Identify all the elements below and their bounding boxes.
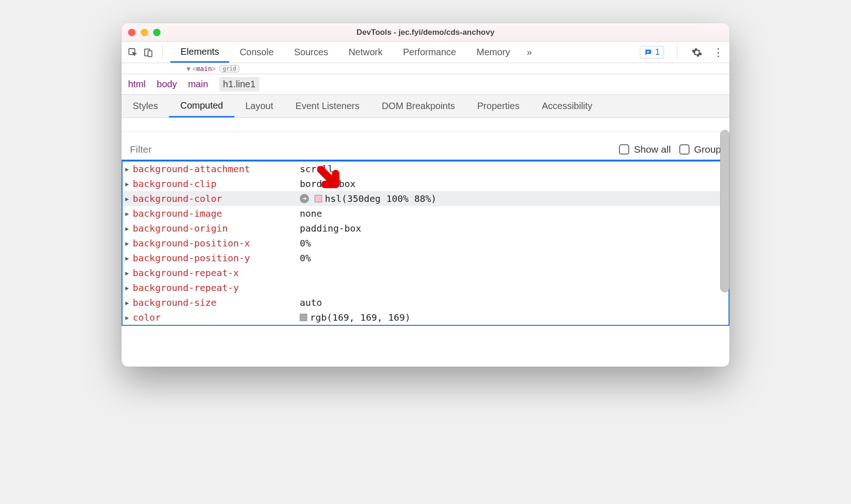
minimize-window-button[interactable] [141, 29, 148, 36]
expand-triangle-icon[interactable]: ▶ [125, 255, 132, 262]
group-checkbox[interactable]: Group [679, 144, 721, 155]
inspect-element-icon[interactable] [126, 46, 139, 59]
dom-tag: main [196, 65, 212, 72]
property-value-text: 0% [300, 252, 311, 264]
property-name: background-repeat-y [133, 282, 300, 293]
breadcrumb-html[interactable]: html [128, 79, 146, 90]
more-icon[interactable]: ⋮ [712, 46, 725, 59]
computed-property-row[interactable]: ▶colorrgb(169, 169, 169) [122, 310, 729, 325]
titlebar: DevTools - jec.fyi/demo/cds-anchovy [122, 23, 729, 42]
property-name: background-clip [133, 178, 300, 189]
expand-triangle-icon[interactable]: ▶ [125, 225, 132, 232]
property-value[interactable]: ➜hsl(350deg 100% 88%) [300, 193, 437, 204]
breadcrumb-body[interactable]: body [157, 79, 177, 90]
property-value[interactable]: 0% [300, 238, 311, 249]
property-name: color [133, 312, 300, 323]
computed-property-row[interactable]: ▶background-originpadding-box [122, 221, 729, 236]
device-toggle-icon[interactable] [142, 46, 155, 59]
expand-triangle-icon[interactable]: ▶ [125, 166, 132, 173]
svg-rect-2 [148, 51, 152, 57]
show-all-label: Show all [634, 144, 670, 155]
property-value[interactable]: none [300, 208, 322, 219]
toolbar-separator [677, 46, 677, 59]
computed-property-row[interactable]: ▶background-repeat-x [122, 265, 729, 280]
computed-property-row[interactable]: ▶background-imagenone [122, 206, 729, 221]
grid-badge[interactable]: grid [219, 65, 239, 72]
tabs-overflow-button[interactable]: » [520, 42, 538, 63]
expand-triangle-icon[interactable]: ▶ [125, 210, 132, 217]
breadcrumb-bar: html body main h1.line1 [122, 74, 729, 95]
subtab-accessibility[interactable]: Accessibility [531, 95, 604, 117]
svg-rect-4 [647, 52, 649, 53]
filter-input[interactable] [130, 144, 611, 155]
property-value[interactable]: padding-box [300, 223, 361, 234]
issues-count: 1 [655, 47, 660, 57]
checkbox-icon [619, 144, 629, 155]
color-swatch[interactable] [300, 314, 307, 321]
property-value[interactable]: rgb(169, 169, 169) [300, 312, 411, 323]
property-value-text: padding-box [300, 223, 361, 234]
checkbox-icon [679, 144, 690, 155]
expand-triangle-icon[interactable]: ▶ [125, 299, 132, 306]
property-name: background-repeat-x [133, 267, 300, 278]
expand-triangle-icon[interactable]: ▶ [125, 270, 132, 277]
property-value-text: none [300, 208, 322, 219]
computed-property-row[interactable]: ▶background-position-y0% [122, 251, 729, 265]
styles-subtabs: Styles Computed Layout Event Listeners D… [122, 95, 729, 118]
tab-console[interactable]: Console [229, 42, 284, 63]
computed-property-row[interactable]: ▶background-color➜hsl(350deg 100% 88%) [122, 191, 729, 206]
tab-memory[interactable]: Memory [466, 42, 520, 63]
filter-bar: Show all Group [122, 132, 729, 161]
expand-caret-icon: ▼ [187, 65, 190, 72]
property-value[interactable]: 0% [300, 252, 311, 264]
computed-property-row[interactable]: ▶background-attachmentscroll [122, 162, 729, 176]
expand-triangle-icon[interactable]: ▶ [125, 195, 132, 202]
property-value-text: 0% [300, 238, 311, 249]
computed-properties-list: ▶background-attachmentscroll▶background-… [122, 161, 729, 326]
expand-triangle-icon[interactable]: ▶ [125, 314, 132, 321]
annotation-arrow-icon [317, 166, 344, 193]
svg-rect-3 [647, 51, 650, 52]
settings-icon[interactable] [690, 46, 703, 59]
issues-button[interactable]: 1 [640, 46, 664, 58]
expand-triangle-icon[interactable]: ▶ [125, 284, 132, 291]
subtab-layout[interactable]: Layout [234, 95, 284, 117]
subtab-properties[interactable]: Properties [466, 95, 531, 117]
subtab-computed[interactable]: Computed [169, 95, 234, 117]
devtools-window: DevTools - jec.fyi/demo/cds-anchovy Elem… [122, 23, 729, 367]
subtab-event-listeners[interactable]: Event Listeners [284, 95, 371, 117]
traffic-lights [128, 29, 161, 36]
tab-elements[interactable]: Elements [170, 42, 229, 63]
tab-network[interactable]: Network [338, 42, 393, 63]
dom-tree-row[interactable]: ▼ <main> grid [122, 63, 729, 74]
computed-property-row[interactable]: ▶background-repeat-y [122, 280, 729, 295]
computed-property-row[interactable]: ▶background-sizeauto [122, 295, 729, 310]
subtab-dom-breakpoints[interactable]: DOM Breakpoints [371, 95, 466, 117]
color-swatch[interactable] [315, 195, 322, 202]
toolbar-separator [162, 46, 163, 59]
tab-sources[interactable]: Sources [284, 42, 338, 63]
tab-performance[interactable]: Performance [393, 42, 467, 63]
computed-property-row[interactable]: ▶background-position-x0% [122, 236, 729, 251]
property-value-text: rgb(169, 169, 169) [310, 312, 411, 323]
expand-triangle-icon[interactable]: ▶ [125, 240, 132, 247]
scrollbar[interactable] [720, 130, 729, 292]
zoom-window-button[interactable] [153, 29, 161, 36]
property-name: background-origin [133, 223, 300, 234]
main-toolbar: Elements Console Sources Network Perform… [122, 42, 729, 63]
breadcrumb-selected[interactable]: h1.line1 [219, 77, 259, 91]
window-title: DevTools - jec.fyi/demo/cds-anchovy [122, 28, 729, 37]
subtab-styles[interactable]: Styles [122, 95, 169, 117]
goto-source-icon[interactable]: ➜ [300, 194, 309, 203]
expand-triangle-icon[interactable]: ▶ [125, 181, 132, 187]
close-window-button[interactable] [128, 29, 135, 36]
computed-property-row[interactable]: ▶background-clipborder-box [122, 176, 729, 191]
property-value[interactable]: auto [300, 297, 322, 308]
show-all-checkbox[interactable]: Show all [619, 144, 670, 155]
chat-icon [644, 48, 652, 57]
breadcrumb-main[interactable]: main [188, 79, 208, 90]
main-tabs: Elements Console Sources Network Perform… [170, 42, 538, 63]
property-name: background-color [133, 193, 300, 204]
property-value-text: hsl(350deg 100% 88%) [325, 193, 437, 204]
property-value-text: auto [300, 297, 322, 308]
